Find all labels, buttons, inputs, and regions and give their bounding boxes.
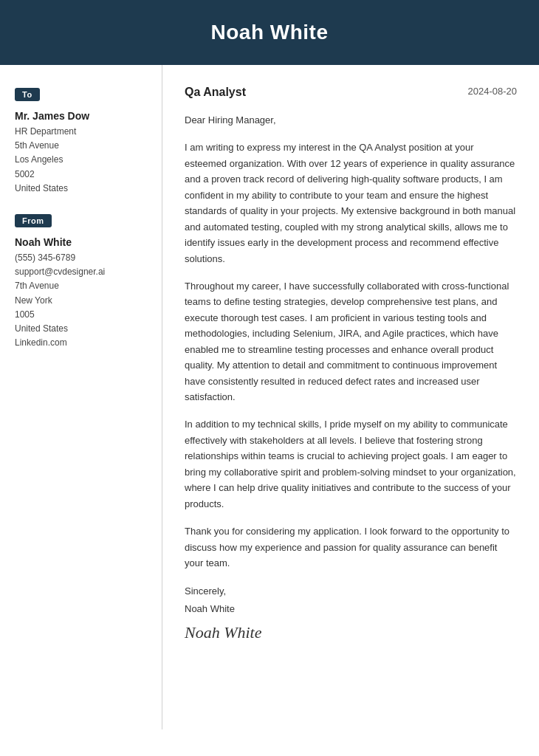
- recipient-line5: United States: [15, 182, 147, 196]
- paragraph2: Throughout my career, I have successfull…: [185, 278, 517, 405]
- closing-section: Sincerely, Noah White: [185, 583, 517, 617]
- to-badge: To: [15, 88, 40, 101]
- date: 2024-08-20: [468, 86, 518, 97]
- paragraph1: I am writing to express my interest in t…: [185, 140, 517, 267]
- paragraph3: In addition to my technical skills, I pr…: [185, 416, 517, 512]
- to-section: To Mr. James Dow HR Department 5th Avenu…: [15, 87, 147, 196]
- sender-line5: Linkedin.com: [15, 336, 147, 350]
- sender-line2: New York: [15, 294, 147, 308]
- page: Noah White To Mr. James Dow HR Departmen…: [0, 0, 539, 756]
- main-header: Qa Analyst 2024-08-20: [185, 86, 517, 99]
- sender-line1: 7th Avenue: [15, 279, 147, 293]
- recipient-line4: 5002: [15, 168, 147, 182]
- sender-line3: 1005: [15, 308, 147, 322]
- sender-email: support@cvdesigner.ai: [15, 265, 147, 279]
- job-title: Qa Analyst: [185, 86, 246, 99]
- main-content: Qa Analyst 2024-08-20 Dear Hiring Manage…: [162, 65, 539, 729]
- header: Noah White: [0, 0, 539, 65]
- recipient-line2: 5th Avenue: [15, 139, 147, 153]
- recipient-name: Mr. James Dow: [15, 110, 147, 122]
- greeting: Dear Hiring Manager,: [185, 112, 517, 128]
- letter-body: Dear Hiring Manager, I am writing to exp…: [185, 112, 517, 571]
- sender-name: Noah White: [15, 236, 147, 248]
- page-title: Noah White: [15, 21, 524, 44]
- sidebar: To Mr. James Dow HR Department 5th Avenu…: [0, 65, 162, 729]
- closing: Sincerely,: [185, 583, 517, 599]
- recipient-line3: Los Angeles: [15, 153, 147, 167]
- from-badge: From: [15, 214, 52, 227]
- paragraph4: Thank you for considering my application…: [185, 523, 517, 571]
- content: To Mr. James Dow HR Department 5th Avenu…: [0, 65, 539, 729]
- signature: Noah White: [185, 623, 517, 642]
- closing-name: Noah White: [185, 600, 517, 617]
- sender-phone: (555) 345-6789: [15, 251, 147, 265]
- recipient-line1: HR Department: [15, 125, 147, 139]
- from-section: From Noah White (555) 345-6789 support@c…: [15, 213, 147, 350]
- sender-line4: United States: [15, 322, 147, 336]
